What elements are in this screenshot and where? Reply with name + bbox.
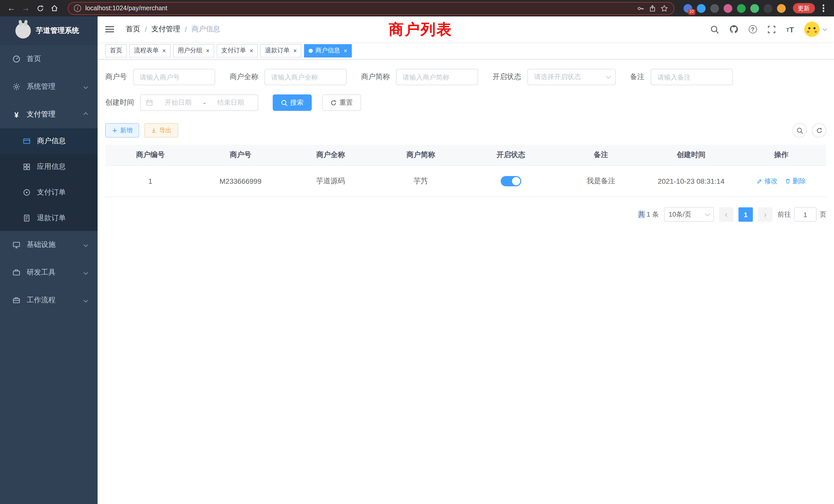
sidebar-item-workflow[interactable]: 工作流程 [0, 287, 97, 314]
browser-menu-icon[interactable] [822, 7, 824, 9]
tab-refund-order[interactable]: 退款订单 × [260, 44, 302, 57]
extension-icon[interactable] [763, 4, 772, 13]
breadcrumb-payment[interactable]: 支付管理 [152, 25, 180, 34]
reset-button[interactable]: 重置 [322, 94, 361, 111]
github-button[interactable] [729, 25, 738, 34]
password-key-icon[interactable] [637, 4, 644, 12]
briefcase-icon [10, 296, 23, 304]
close-icon[interactable]: × [162, 47, 166, 54]
extension-icon[interactable] [750, 4, 759, 13]
breadcrumb-separator: / [145, 25, 147, 33]
share-icon[interactable] [649, 4, 656, 12]
table-toolbar: 新增 导出 [97, 120, 834, 138]
close-icon[interactable]: × [249, 47, 253, 54]
merchant-short-name-input[interactable] [396, 69, 478, 85]
close-icon[interactable]: × [293, 47, 297, 54]
page-number-button[interactable]: 1 [739, 207, 753, 222]
github-icon [729, 25, 738, 34]
extension-icon[interactable] [710, 4, 719, 13]
add-button[interactable]: 新增 [105, 123, 139, 138]
fullscreen-icon [767, 25, 776, 33]
sidebar-item-system[interactable]: 系统管理 [0, 73, 97, 100]
tab-merchant-info[interactable]: 商户信息 × [304, 44, 352, 57]
merchant-no-input[interactable] [133, 69, 215, 85]
close-icon[interactable]: × [344, 47, 347, 54]
breadcrumb-home[interactable]: 首页 [126, 25, 140, 34]
remark-input[interactable] [651, 69, 733, 85]
help-button[interactable]: ? [748, 25, 757, 33]
sidebar-item-label: 首页 [27, 54, 41, 64]
chrome-update-button[interactable]: 更新 [793, 3, 815, 13]
toggle-search-button[interactable] [792, 123, 807, 138]
export-button[interactable]: 导出 [144, 123, 178, 138]
sidebar-item-infrastructure[interactable]: 基础设施 [0, 231, 97, 259]
bookmark-star-icon[interactable] [660, 4, 668, 12]
status-toggle[interactable] [501, 176, 521, 186]
address-bar[interactable]: i localhost:1024/pay/merchant [68, 2, 674, 15]
page-info-icon[interactable]: i [74, 5, 81, 12]
top-navbar: 首页 / 支付管理 / 商户信息 ? TT [97, 17, 834, 42]
chevron-down-icon [823, 26, 827, 31]
filter-row: 创建时间 开始日期 - 结束日期 搜索 重置 [105, 94, 826, 111]
search-button-label: 搜索 [290, 98, 304, 107]
browser-forward-button[interactable]: → [20, 2, 32, 14]
app-logo-avatar [16, 23, 31, 39]
sidebar-toggle-button[interactable] [105, 24, 117, 35]
dashboard-icon [10, 55, 23, 63]
main-content: 首页 / 支付管理 / 商户信息 ? TT [97, 17, 834, 504]
annotation-title: 商户列表 [389, 20, 453, 40]
sidebar-item-home[interactable]: 首页 [0, 45, 97, 73]
browser-back-button[interactable]: ← [5, 2, 18, 14]
tab-process-form[interactable]: 流程表单 × [129, 44, 171, 57]
column-header: 商户编号 [105, 145, 195, 165]
create-time-range-picker[interactable]: 开始日期 - 结束日期 [140, 94, 258, 111]
cell-merchant-no: M233666999 [195, 165, 286, 197]
extension-icon[interactable] [737, 4, 745, 13]
active-tab-dot [309, 48, 313, 53]
breadcrumb: 首页 / 支付管理 / 商户信息 [126, 25, 220, 34]
filter-row: 商户号 商户全称 商户简称 开启状态 请选择开启状态 [105, 69, 826, 85]
tab-pay-order[interactable]: 支付订单 × [217, 44, 258, 57]
start-date-placeholder: 开始日期 [156, 98, 200, 107]
extension-icon[interactable] [723, 4, 732, 13]
edit-icon [757, 178, 763, 184]
browser-home-button[interactable] [48, 2, 61, 14]
sidebar-item-merchant-info[interactable]: 商户信息 [0, 128, 97, 154]
user-menu[interactable] [804, 22, 826, 37]
extension-icon[interactable]: 10 [683, 4, 692, 13]
app-logo[interactable]: 芋道管理系统 [0, 17, 97, 45]
end-date-placeholder: 结束日期 [208, 98, 253, 107]
status-select[interactable]: 请选择开启状态 [527, 69, 616, 85]
prev-page-button[interactable]: ‹ [719, 207, 733, 222]
tab-user-group[interactable]: 用户分组 × [173, 44, 214, 57]
goto-page-input[interactable] [794, 207, 816, 222]
field-label: 创建时间 [105, 98, 134, 107]
edit-link[interactable]: 修改 [757, 177, 778, 186]
cell-create-time: 2021-10-23 08:31:14 [646, 165, 736, 197]
sidebar-item-refund-order[interactable]: 退款订单 [0, 205, 97, 231]
next-page-button[interactable]: › [758, 207, 772, 222]
fullscreen-button[interactable] [767, 25, 776, 33]
tab-home[interactable]: 首页 [105, 44, 127, 57]
sidebar-item-pay-order[interactable]: 支付订单 [0, 180, 97, 205]
browser-reload-button[interactable] [34, 2, 46, 14]
font-size-button[interactable]: TT [786, 25, 794, 33]
column-header: 备注 [556, 145, 646, 165]
search-button[interactable]: 搜索 [273, 94, 312, 111]
merchant-name-input[interactable] [264, 69, 347, 85]
close-icon[interactable]: × [206, 47, 210, 54]
refresh-table-button[interactable] [812, 123, 826, 138]
sidebar-item-payment[interactable]: ¥ 支付管理 [0, 100, 97, 128]
refresh-icon [330, 99, 337, 106]
search-icon [710, 25, 719, 33]
extension-icon[interactable] [697, 4, 705, 13]
delete-link[interactable]: 删除 [785, 177, 806, 186]
page-size-select[interactable]: 10条/页 [664, 207, 714, 222]
header-search-button[interactable] [710, 25, 719, 33]
sidebar-item-dev-tools[interactable]: 研发工具 [0, 259, 97, 287]
chevron-down-icon [84, 271, 88, 275]
profile-avatar-icon[interactable] [777, 4, 786, 13]
field-label: 商户号 [105, 72, 127, 82]
sidebar-item-app-info[interactable]: 应用信息 [0, 154, 97, 180]
date-separator: - [203, 99, 206, 107]
